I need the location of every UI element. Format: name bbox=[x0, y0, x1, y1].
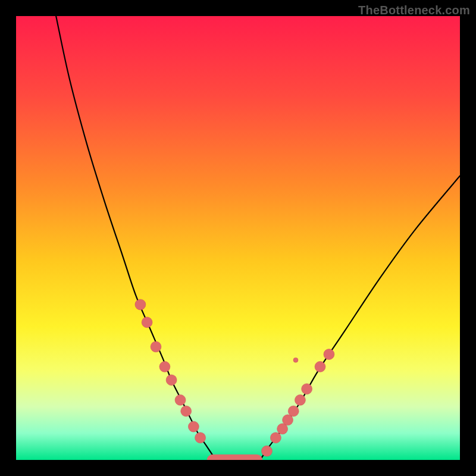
chart-frame: TheBottleneck.com bbox=[0, 0, 476, 476]
data-marker bbox=[188, 421, 199, 432]
data-marker bbox=[270, 433, 281, 443]
data-marker bbox=[302, 384, 312, 394]
valley-floor-bar bbox=[207, 455, 262, 460]
data-marker bbox=[175, 394, 186, 405]
data-marker bbox=[166, 375, 177, 386]
data-marker bbox=[159, 361, 170, 372]
data-marker-small bbox=[293, 358, 298, 362]
data-marker bbox=[261, 446, 272, 456]
data-marker bbox=[135, 299, 146, 310]
data-marker bbox=[181, 406, 192, 416]
chart-svg bbox=[16, 16, 460, 460]
data-marker bbox=[151, 342, 161, 352]
data-marker bbox=[324, 349, 334, 359]
data-marker bbox=[283, 415, 293, 425]
svg-rect-0 bbox=[16, 16, 460, 460]
data-marker bbox=[315, 361, 325, 372]
watermark-text: TheBottleneck.com bbox=[358, 4, 470, 17]
data-marker bbox=[142, 317, 152, 328]
data-marker bbox=[295, 394, 305, 405]
data-marker bbox=[195, 433, 206, 443]
data-marker bbox=[288, 406, 299, 416]
plot-area bbox=[16, 16, 460, 460]
